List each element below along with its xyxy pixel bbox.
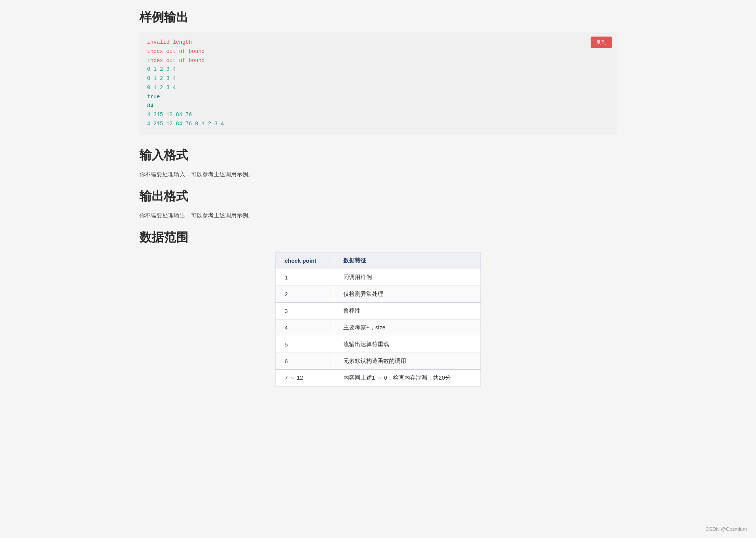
data-table: check point 数据特征 1同调用样例2仅检测异常处理3鲁棒性4主要考察…: [275, 252, 481, 386]
copy-button[interactable]: 复制: [591, 37, 612, 48]
table-cell-feature: 流输出运算符重载: [334, 336, 481, 353]
table-cell-feature: 主要考察+，size: [334, 319, 481, 336]
table-row: 2仅检测异常处理: [275, 286, 481, 302]
table-cell-checkpoint: 4: [275, 319, 334, 336]
output-lines: invalid lengthindex out of boundindex ou…: [147, 38, 609, 129]
table-row: 7 ～ 12内容同上述1 ～ 6，检查内存泄漏，共20分: [275, 369, 481, 386]
table-cell-checkpoint: 2: [275, 286, 334, 302]
footer-note: CSDN @Cosmium: [705, 526, 747, 532]
input-format-description: 你不需要处理输入，可以参考上述调用示例。: [139, 170, 617, 179]
table-cell-feature: 鲁棒性: [334, 302, 481, 319]
table-cell-feature: 内容同上述1 ～ 6，检查内存泄漏，共20分: [334, 369, 481, 386]
output-line: index out of bound: [147, 47, 609, 56]
sample-output-title: 样例输出: [139, 9, 617, 26]
table-header-feature: 数据特征: [334, 252, 481, 269]
output-line: 4 215 12 84 76: [147, 110, 609, 120]
input-format-title: 输入格式: [139, 147, 617, 164]
output-line: 0 1 2 3 4: [147, 83, 609, 93]
table-cell-checkpoint: 1: [275, 269, 334, 286]
code-output-block: 复制 invalid lengthindex out of boundindex…: [139, 32, 617, 135]
table-header-checkpoint: check point: [275, 252, 334, 269]
table-cell-feature: 仅检测异常处理: [334, 286, 481, 302]
output-line: index out of bound: [147, 56, 609, 65]
output-line: invalid length: [147, 38, 609, 47]
output-line: 4 215 12 84 76 0 1 2 3 4: [147, 120, 609, 129]
output-format-description: 你不需要处理输出，可以参考上述调用示例。: [139, 211, 617, 220]
table-cell-checkpoint: 3: [275, 302, 334, 319]
table-cell-feature: 元素默认构造函数的调用: [334, 353, 481, 369]
table-row: 3鲁棒性: [275, 302, 481, 319]
table-cell-feature: 同调用样例: [334, 269, 481, 286]
table-cell-checkpoint: 7 ～ 12: [275, 369, 334, 386]
output-line: true: [147, 93, 609, 102]
data-table-body: 1同调用样例2仅检测异常处理3鲁棒性4主要考察+，size5流输出运算符重载6元…: [275, 269, 481, 386]
table-row: 5流输出运算符重载: [275, 336, 481, 353]
table-cell-checkpoint: 5: [275, 336, 334, 353]
output-line: 0 1 2 3 4: [147, 65, 609, 74]
table-row: 4主要考察+，size: [275, 319, 481, 336]
table-row: 6元素默认构造函数的调用: [275, 353, 481, 369]
table-header-row: check point 数据特征: [275, 252, 481, 269]
data-table-wrapper: check point 数据特征 1同调用样例2仅检测异常处理3鲁棒性4主要考察…: [139, 252, 617, 386]
output-line: 84: [147, 102, 609, 111]
table-row: 1同调用样例: [275, 269, 481, 286]
output-format-title: 输出格式: [139, 188, 617, 205]
data-range-title: 数据范围: [139, 229, 617, 246]
page-container: 样例输出 复制 invalid lengthindex out of bound…: [130, 0, 626, 409]
output-line: 0 1 2 3 4: [147, 74, 609, 83]
table-cell-checkpoint: 6: [275, 353, 334, 369]
